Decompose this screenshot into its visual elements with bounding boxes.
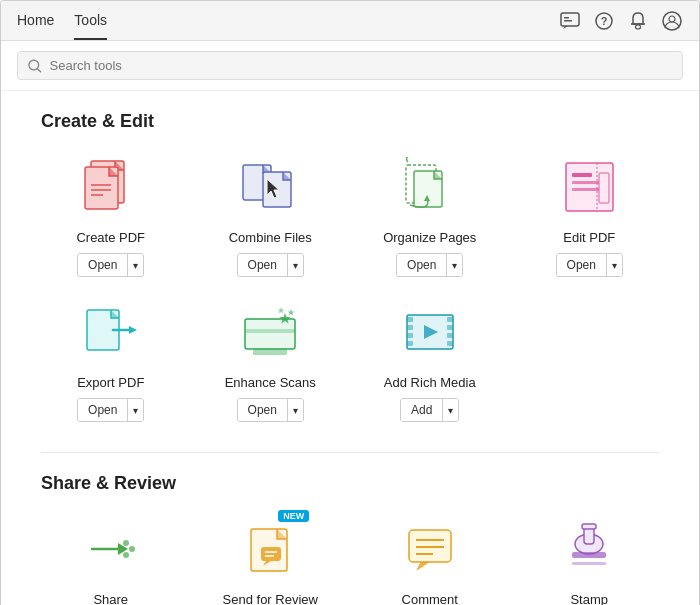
svg-rect-46 bbox=[261, 547, 281, 561]
tool-comment[interactable]: Comment Open ▾ bbox=[360, 514, 500, 605]
send-for-review-name: Send for Review bbox=[223, 592, 318, 605]
enhance-scans-icon bbox=[235, 297, 305, 367]
export-pdf-icon bbox=[76, 297, 146, 367]
svg-rect-2 bbox=[564, 20, 572, 22]
section-divider bbox=[41, 452, 659, 453]
svg-rect-37 bbox=[447, 325, 453, 330]
svg-rect-28 bbox=[245, 319, 295, 349]
enhance-scans-name: Enhance Scans bbox=[225, 375, 316, 390]
tool-organize-pages[interactable]: Organize Pages Open ▾ bbox=[360, 152, 500, 277]
search-input[interactable] bbox=[50, 58, 672, 73]
combine-files-icon bbox=[235, 152, 305, 222]
share-name: Share bbox=[93, 592, 128, 605]
organize-pages-arrow-btn[interactable]: ▾ bbox=[447, 254, 462, 276]
tool-enhance-scans[interactable]: Enhance Scans Open ▾ bbox=[201, 297, 341, 422]
svg-rect-1 bbox=[564, 17, 569, 19]
organize-pages-name: Organize Pages bbox=[383, 230, 476, 245]
tool-share[interactable]: Share Open ▾ bbox=[41, 514, 181, 605]
svg-marker-27 bbox=[129, 326, 137, 334]
organize-pages-open-btn[interactable]: Open bbox=[397, 254, 447, 276]
nav-icons: ? bbox=[559, 10, 683, 32]
svg-text:?: ? bbox=[601, 15, 608, 27]
share-review-title: Share & Review bbox=[41, 473, 659, 494]
svg-point-43 bbox=[129, 546, 135, 552]
add-rich-media-btn-wrap: Add ▾ bbox=[400, 398, 459, 422]
create-pdf-open-btn[interactable]: Open bbox=[78, 254, 128, 276]
edit-pdf-name: Edit PDF bbox=[563, 230, 615, 245]
tool-add-rich-media[interactable]: Add Rich Media Add ▾ bbox=[360, 297, 500, 422]
svg-rect-39 bbox=[447, 341, 453, 346]
combine-files-open-btn[interactable]: Open bbox=[238, 254, 288, 276]
svg-point-42 bbox=[123, 540, 129, 546]
tool-send-for-review[interactable]: NEW Send for Review Add ▾ bbox=[201, 514, 341, 605]
combine-files-name: Combine Files bbox=[229, 230, 312, 245]
create-pdf-icon bbox=[76, 152, 146, 222]
add-rich-media-name: Add Rich Media bbox=[384, 375, 476, 390]
notification-icon[interactable] bbox=[627, 10, 649, 32]
tool-combine-files[interactable]: Combine Files Open ▾ bbox=[201, 152, 341, 277]
svg-rect-57 bbox=[572, 562, 606, 565]
svg-rect-21 bbox=[572, 173, 592, 177]
create-edit-title: Create & Edit bbox=[41, 111, 659, 132]
create-pdf-name: Create PDF bbox=[76, 230, 145, 245]
enhance-scans-btn-wrap: Open ▾ bbox=[237, 398, 304, 422]
svg-point-5 bbox=[636, 25, 641, 29]
nav-tabs: Home Tools bbox=[17, 2, 559, 40]
tool-stamp[interactable]: Stamp Add ▾ bbox=[520, 514, 660, 605]
share-review-section: Share & Review bbox=[41, 473, 659, 605]
combine-files-btn-wrap: Open ▾ bbox=[237, 253, 304, 277]
svg-rect-33 bbox=[407, 325, 413, 330]
enhance-scans-arrow-btn[interactable]: ▾ bbox=[288, 399, 303, 421]
edit-pdf-arrow-btn[interactable]: ▾ bbox=[607, 254, 622, 276]
svg-point-44 bbox=[123, 552, 129, 558]
comment-icon bbox=[395, 514, 465, 584]
user-icon[interactable] bbox=[661, 10, 683, 32]
add-rich-media-add-btn[interactable]: Add bbox=[401, 399, 443, 421]
export-pdf-btn-wrap: Open ▾ bbox=[77, 398, 144, 422]
organize-pages-btn-wrap: Open ▾ bbox=[396, 253, 463, 277]
top-nav: Home Tools ? bbox=[1, 1, 699, 41]
main-content: Create & Edit bbox=[1, 91, 699, 605]
svg-rect-29 bbox=[245, 329, 295, 333]
enhance-scans-open-btn[interactable]: Open bbox=[238, 399, 288, 421]
nav-tab-tools[interactable]: Tools bbox=[74, 2, 107, 40]
create-pdf-btn-wrap: Open ▾ bbox=[77, 253, 144, 277]
svg-rect-55 bbox=[582, 524, 596, 529]
comment-name: Comment bbox=[402, 592, 458, 605]
svg-point-6 bbox=[663, 12, 681, 30]
create-edit-section: Create & Edit bbox=[41, 111, 659, 422]
organize-pages-icon bbox=[395, 152, 465, 222]
tool-export-pdf[interactable]: Export PDF Open ▾ bbox=[41, 297, 181, 422]
new-badge: NEW bbox=[278, 510, 309, 522]
share-review-grid: Share Open ▾ bbox=[41, 514, 659, 605]
stamp-name: Stamp bbox=[570, 592, 608, 605]
search-input-wrap[interactable] bbox=[17, 51, 683, 80]
svg-rect-25 bbox=[599, 173, 609, 203]
svg-rect-30 bbox=[253, 349, 287, 355]
help-icon[interactable]: ? bbox=[593, 10, 615, 32]
svg-rect-35 bbox=[407, 341, 413, 346]
svg-rect-38 bbox=[447, 333, 453, 338]
export-pdf-open-btn[interactable]: Open bbox=[78, 399, 128, 421]
export-pdf-arrow-btn[interactable]: ▾ bbox=[128, 399, 143, 421]
tool-create-pdf[interactable]: Create PDF Open ▾ bbox=[41, 152, 181, 277]
svg-rect-0 bbox=[561, 13, 579, 26]
search-bar bbox=[1, 41, 699, 91]
tool-edit-pdf[interactable]: Edit PDF Open ▾ bbox=[520, 152, 660, 277]
create-edit-grid: Create PDF Open ▾ bbox=[41, 152, 659, 422]
combine-files-arrow-btn[interactable]: ▾ bbox=[288, 254, 303, 276]
export-pdf-name: Export PDF bbox=[77, 375, 144, 390]
edit-pdf-open-btn[interactable]: Open bbox=[557, 254, 607, 276]
share-icon bbox=[76, 514, 146, 584]
add-rich-media-arrow-btn[interactable]: ▾ bbox=[443, 399, 458, 421]
nav-tab-home[interactable]: Home bbox=[17, 2, 54, 40]
edit-pdf-icon bbox=[554, 152, 624, 222]
svg-rect-36 bbox=[447, 317, 453, 322]
create-pdf-arrow-btn[interactable]: ▾ bbox=[128, 254, 143, 276]
search-icon bbox=[28, 59, 42, 73]
edit-pdf-btn-wrap: Open ▾ bbox=[556, 253, 623, 277]
app-window: Home Tools ? bbox=[0, 0, 700, 605]
svg-rect-56 bbox=[572, 552, 606, 558]
chat-icon[interactable] bbox=[559, 10, 581, 32]
stamp-icon bbox=[554, 514, 624, 584]
